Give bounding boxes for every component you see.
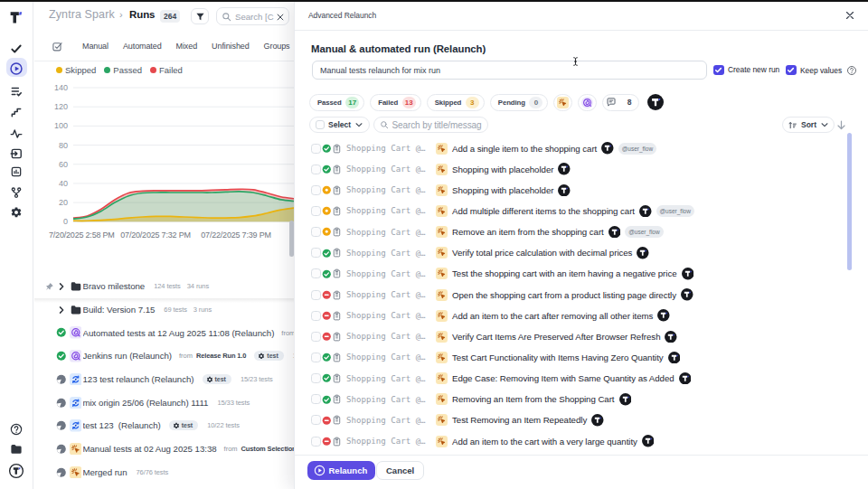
owner-avatar[interactable] [619, 393, 632, 406]
owner-avatar[interactable] [642, 435, 655, 447]
sidebar-item-report[interactable] [10, 165, 23, 178]
test-checkbox[interactable] [311, 165, 321, 174]
select-all-icon[interactable] [52, 41, 63, 52]
test-row[interactable]: Shopping Cart @…Shopping with placeholde… [295, 159, 846, 180]
owner-avatar[interactable] [609, 226, 621, 239]
owner-avatar[interactable] [639, 205, 652, 218]
sidebar-item-help[interactable] [10, 422, 24, 436]
test-row[interactable]: Shopping Cart @…Add an item to the cart … [295, 306, 846, 326]
chip-comment[interactable]: 8 [602, 94, 638, 111]
sidebar-item-play[interactable] [10, 62, 24, 76]
run-row[interactable]: Automated tests at 12 Aug 2025 11:08 (Re… [34, 321, 295, 344]
close-icon[interactable] [844, 10, 855, 21]
select-dropdown[interactable]: Select [309, 117, 370, 133]
test-checkbox[interactable] [311, 373, 321, 383]
sidebar-item-box-arrow[interactable] [10, 147, 23, 160]
test-checkbox[interactable] [311, 206, 321, 216]
test-row[interactable]: Shopping Cart @…Test Removing an Item Re… [295, 409, 846, 430]
legend-item-passed[interactable]: Passed [104, 65, 142, 75]
tests-search-input[interactable]: Search by title/messag [373, 117, 488, 133]
test-row[interactable]: Shopping Cart @…Verify Cart Items Are Pr… [295, 326, 846, 347]
run-row[interactable]: Bravo milestone124 tests34 runs [34, 275, 295, 298]
tab-groups[interactable]: Groups [264, 42, 290, 51]
test-checkbox[interactable] [311, 227, 321, 237]
run-row[interactable]: mix origin 25/06 (Relaunch) 111115/33 te… [34, 390, 295, 414]
test-row[interactable]: Shopping Cart @…Test Cart Functionality … [295, 347, 846, 368]
chip-passed[interactable]: Passed17 [309, 94, 364, 111]
sidebar-item-pulse[interactable] [10, 127, 23, 140]
owner-avatar[interactable] [637, 247, 649, 259]
expand-chevron-icon[interactable] [57, 306, 66, 315]
test-row[interactable]: Shopping Cart @…Edge Case: Removing Item… [295, 368, 846, 389]
download-button[interactable] [835, 117, 848, 133]
test-row[interactable]: Shopping Cart @…Add an item to the cart … [295, 430, 846, 451]
test-checkbox[interactable] [311, 185, 321, 195]
checkbox-checked[interactable] [713, 65, 724, 76]
sidebar-item-check[interactable] [10, 42, 23, 55]
chip-failed[interactable]: Failed13 [370, 94, 420, 111]
sidebar-item-steps[interactable] [10, 106, 23, 118]
filter-button[interactable] [191, 8, 209, 24]
run-name-input[interactable]: Manual tests relaunch for mix run [312, 61, 707, 80]
test-row[interactable]: Shopping Cart @…Verify total price calcu… [295, 242, 846, 263]
sidebar-item-gear[interactable] [10, 206, 23, 219]
tab-unfinished[interactable]: Unfinished [212, 42, 250, 51]
main-search-input[interactable]: Search [C [216, 7, 289, 25]
test-row[interactable]: Shopping Cart @…Shopping with placeholde… [295, 180, 846, 201]
assignee-avatar[interactable] [647, 94, 664, 110]
chip-skipped[interactable]: Skipped3 [427, 94, 485, 111]
test-checkbox[interactable] [311, 268, 321, 278]
test-checkbox[interactable] [311, 437, 321, 447]
test-row[interactable]: Shopping Cart @…Remove an item from the … [295, 221, 846, 242]
chip-manual[interactable] [553, 94, 572, 111]
owner-avatar[interactable] [665, 331, 677, 343]
test-row[interactable]: Shopping Cart @…Test the shopping cart w… [295, 263, 846, 284]
tests-scrollbar-thumb[interactable] [847, 133, 852, 270]
cancel-button[interactable]: Cancel [376, 461, 424, 480]
owner-avatar[interactable] [591, 414, 604, 427]
run-row[interactable]: Jenkins run (Relaunch)fromRelease Run 1.… [34, 344, 295, 368]
owner-avatar[interactable] [668, 352, 681, 364]
breadcrumb-project[interactable]: Zyntra Spark [49, 8, 115, 21]
test-checkbox[interactable] [311, 290, 321, 300]
chip-pending[interactable]: Pending0 [490, 94, 549, 111]
run-row[interactable]: test 123 (Relaunch)test10/22 tests [34, 414, 295, 437]
test-row[interactable]: Shopping Cart @…Add a single item to the… [295, 138, 846, 159]
clear-search-icon[interactable] [274, 13, 285, 22]
help-icon[interactable] [846, 65, 857, 76]
sidebar-item-branch[interactable] [10, 186, 23, 199]
create-new-run-checkbox[interactable]: Create new run [713, 65, 779, 76]
app-logo[interactable] [9, 10, 24, 25]
test-checkbox[interactable] [311, 248, 321, 258]
owner-avatar[interactable] [679, 372, 692, 385]
sort-dropdown[interactable]: Sort [782, 117, 835, 133]
test-checkbox[interactable] [311, 415, 321, 425]
sidebar-item-folder[interactable] [10, 443, 24, 456]
sidebar-item-list-check[interactable] [10, 85, 23, 98]
sidebar-item-logo-circle[interactable] [9, 464, 24, 479]
test-checkbox[interactable] [311, 353, 321, 362]
keep-values-checkbox[interactable]: Keep values [786, 65, 857, 76]
test-row[interactable]: Shopping Cart @…Add multiple different i… [295, 201, 846, 221]
tab-mixed[interactable]: Mixed [176, 42, 198, 51]
run-row[interactable]: Merged run76/76 tests [34, 461, 295, 484]
tab-manual[interactable]: Manual [82, 42, 108, 51]
legend-item-failed[interactable]: Failed [150, 65, 183, 75]
expand-chevron-icon[interactable] [57, 282, 66, 291]
test-row[interactable]: Shopping Cart @…Removing an Item from th… [295, 389, 846, 409]
run-row[interactable]: 123 test relaunch (Relaunch)test15/23 te… [34, 368, 295, 391]
test-checkbox[interactable] [311, 394, 321, 404]
owner-avatar[interactable] [681, 288, 693, 301]
test-row[interactable]: Shopping Cart @…Open the shopping cart f… [295, 284, 846, 305]
relaunch-button[interactable]: Relaunch [307, 461, 376, 480]
owner-avatar[interactable] [558, 163, 571, 175]
test-checkbox[interactable] [311, 332, 321, 342]
checkbox-checked[interactable] [786, 65, 797, 76]
tab-automated[interactable]: Automated [123, 42, 162, 51]
owner-avatar[interactable] [558, 184, 571, 197]
run-row[interactable]: Manual tests at 02 Aug 2025 13:38fromCus… [34, 437, 295, 461]
select-all-checkbox[interactable] [316, 120, 325, 129]
owner-avatar[interactable] [601, 142, 614, 155]
test-checkbox[interactable] [311, 144, 321, 154]
owner-avatar[interactable] [682, 268, 694, 280]
